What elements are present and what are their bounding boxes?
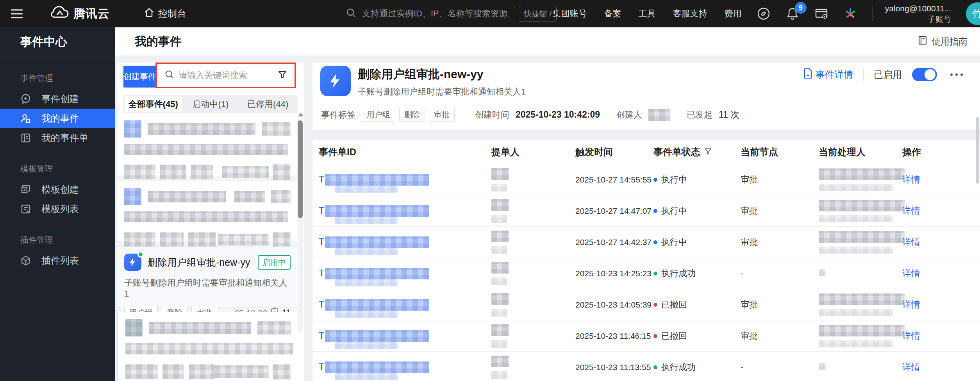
col-ticket-id: 事件单ID xyxy=(319,146,491,158)
event-card-redacted[interactable] xyxy=(117,181,297,241)
ticket-id-cell[interactable]: T xyxy=(319,268,491,279)
submitter-redacted xyxy=(491,262,509,274)
console-link[interactable]: 控制台 xyxy=(144,7,186,20)
sidebar-item-我的事件[interactable]: 我的事件 xyxy=(0,109,115,128)
topbar-menu-item[interactable]: 备案 xyxy=(604,8,621,20)
topbar-menu-item[interactable]: 工具 xyxy=(639,8,656,20)
page-title: 我的事件 xyxy=(135,34,182,50)
lightning-icon xyxy=(124,254,141,271)
initiated-count: 11 次 xyxy=(719,109,739,121)
event-tab[interactable]: 已停用(44) xyxy=(239,97,296,112)
ticket-id-cell[interactable]: T xyxy=(319,174,491,186)
event-card-redacted[interactable] xyxy=(117,312,297,381)
enabled-toggle[interactable] xyxy=(912,68,937,81)
event-icon-redacted xyxy=(124,120,141,138)
ticket-id-cell[interactable]: T xyxy=(319,330,491,342)
trigger-time: 2025-10-23 14:25:23 xyxy=(575,269,653,278)
handler-redacted xyxy=(819,325,905,336)
vertical-divider xyxy=(863,68,864,81)
page-scrollbar-thumb[interactable] xyxy=(976,117,979,184)
usage-guide-link[interactable]: 使用指南 xyxy=(918,35,968,48)
ticket-status: 执行成功 xyxy=(653,361,741,373)
search-placeholder: 支持通过实例ID、IP、名称等搜索资源 xyxy=(362,8,508,20)
current-node: 审批 xyxy=(741,174,819,186)
event-tab[interactable]: 全部事件(45) xyxy=(125,97,182,112)
submitter-redacted xyxy=(491,324,509,336)
status-dot xyxy=(653,272,657,275)
event-icon-redacted xyxy=(124,188,141,205)
table-header-row: 事件单ID 提单人 触发时间 事件单状态 当前节点 当前处理人 操作 xyxy=(312,140,980,164)
row-detail-link[interactable]: 详情 xyxy=(902,299,920,309)
shortcut-hint: 快捷键 / xyxy=(519,6,557,22)
sidebar-title: 事件中心 xyxy=(0,27,115,57)
submitter-cell xyxy=(491,168,575,191)
notification-bell-icon[interactable]: 9 xyxy=(785,7,800,21)
cloud-logo-icon xyxy=(51,6,69,21)
create-event-button[interactable]: 创建事件 xyxy=(123,66,156,88)
event-detail-link[interactable]: 事件详情 xyxy=(803,68,853,81)
row-detail-link[interactable]: 详情 xyxy=(902,206,920,216)
row-detail-link[interactable]: 详情 xyxy=(902,331,920,341)
account-name: yalong@100011... xyxy=(885,3,951,14)
event-card-selected[interactable]: 删除用户组审批-new-yy 启用中 子账号删除用户组时需要审批和通知相关人1 … xyxy=(117,247,297,307)
more-actions-button[interactable] xyxy=(950,73,963,76)
enabled-label: 已启用 xyxy=(874,68,902,81)
sidebar-item-插件列表[interactable]: 插件列表 xyxy=(0,251,115,270)
event-tickets-table: 事件单ID 提单人 触发时间 事件单状态 当前节点 当前处理人 操作 T 202… xyxy=(312,140,980,381)
current-handler xyxy=(819,325,902,347)
event-tab[interactable]: 启动中(1) xyxy=(182,97,239,112)
row-detail-link[interactable]: 详情 xyxy=(902,174,920,184)
copy-plus-icon xyxy=(20,184,31,195)
row-detail-link[interactable]: 详情 xyxy=(902,362,920,372)
submitter-redacted xyxy=(491,293,509,305)
ticket-status: 执行中 xyxy=(653,205,741,217)
event-card-redacted[interactable] xyxy=(117,113,297,176)
account-info[interactable]: yalong@100011... 子账号 xyxy=(885,3,951,24)
row-detail-link[interactable]: 详情 xyxy=(902,268,920,278)
global-search[interactable]: 支持通过实例ID、IP、名称等搜索资源 快捷键 / xyxy=(346,0,580,27)
sidebar-group-label: 事件管理 xyxy=(20,73,115,84)
initiated-label: 已发起 xyxy=(687,109,712,121)
sidebar-item-我的事件单[interactable]: 我的事件单 xyxy=(0,128,115,148)
account-divider xyxy=(872,7,873,21)
ticket-id-cell[interactable]: T xyxy=(319,361,491,373)
sidebar-item-模板列表[interactable]: 模板列表 xyxy=(0,199,115,219)
topbar-menu-item[interactable]: 客服支持 xyxy=(673,8,707,20)
trigger-time: 2025-10-27 14:42:37 xyxy=(575,238,653,247)
notification-badge: 9 xyxy=(795,2,807,14)
ticket-id-redacted xyxy=(325,174,429,186)
filter-funnel-icon[interactable] xyxy=(278,70,287,81)
scrollbar-up-arrow[interactable] xyxy=(298,113,303,116)
ticket-id-cell[interactable]: T xyxy=(319,205,491,217)
submitter-cell xyxy=(491,324,575,348)
keyword-search-input[interactable]: 请输入关键词搜索 xyxy=(159,66,293,85)
tencent-cloud-logo[interactable]: 腾讯云 xyxy=(51,6,110,22)
ticket-id-cell[interactable]: T xyxy=(319,236,491,248)
status-dot xyxy=(653,303,657,307)
avatar[interactable]: 竹 xyxy=(966,2,980,25)
handler-redacted xyxy=(819,168,905,180)
submitter-cell xyxy=(491,293,575,317)
table-row: T 2025-10-23 11:46:15 已撤回 审批 详情 xyxy=(312,320,980,352)
row-detail-link[interactable]: 详情 xyxy=(902,237,920,247)
ticket-id-cell[interactable]: T xyxy=(319,299,491,311)
hamburger-menu-icon[interactable] xyxy=(11,9,23,18)
status-filter-funnel-icon[interactable] xyxy=(704,147,712,157)
support-ticket-icon[interactable] xyxy=(757,7,771,21)
table-row: T 2025-10-23 14:05:39 已撤回 审批 详情 xyxy=(312,289,980,320)
event-cards-list: 删除用户组审批-new-yy 启用中 子账号删除用户组时需要审批和通知相关人1 … xyxy=(117,113,297,381)
scrollbar-thumb[interactable] xyxy=(298,120,303,218)
ticket-settings-icon[interactable] xyxy=(814,7,828,21)
topbar-menu: 集团账号备案工具客服支持费用 xyxy=(553,8,742,20)
event-list-scrollbar[interactable] xyxy=(298,118,303,332)
sidebar-item-模板创建[interactable]: 模板创建 xyxy=(0,180,115,199)
topbar-menu-item[interactable]: 集团账号 xyxy=(553,8,587,20)
topbar-menu-item[interactable]: 费用 xyxy=(725,8,742,20)
enabled-status-dot xyxy=(137,251,144,258)
event-card-title: 删除用户组审批-new-yy xyxy=(148,256,252,269)
sidebar-item-事件创建[interactable]: 事件创建 xyxy=(0,89,115,109)
apps-colorful-icon[interactable] xyxy=(843,7,857,21)
table-row: T 2025-10-23 11:13:55 执行成功 - 详情 xyxy=(312,352,980,381)
ticket-id-redacted xyxy=(325,205,429,217)
tag: 审批 xyxy=(429,108,455,122)
